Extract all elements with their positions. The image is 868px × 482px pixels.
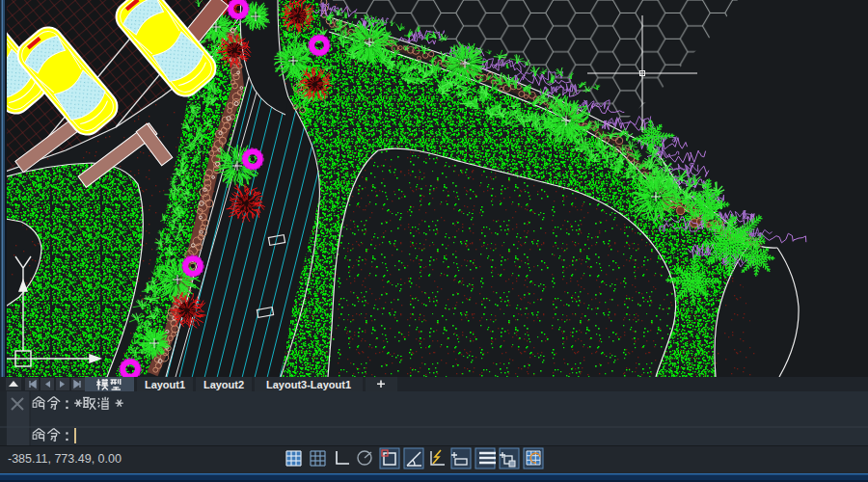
svg-text:Layout1: Layout1 — [145, 379, 185, 390]
svg-text:Layout3-Layout1: Layout3-Layout1 — [266, 379, 351, 390]
svg-text:Layout2: Layout2 — [203, 379, 244, 390]
svg-text:-385.11, 773.49, 0.00: -385.11, 773.49, 0.00 — [8, 452, 122, 466]
